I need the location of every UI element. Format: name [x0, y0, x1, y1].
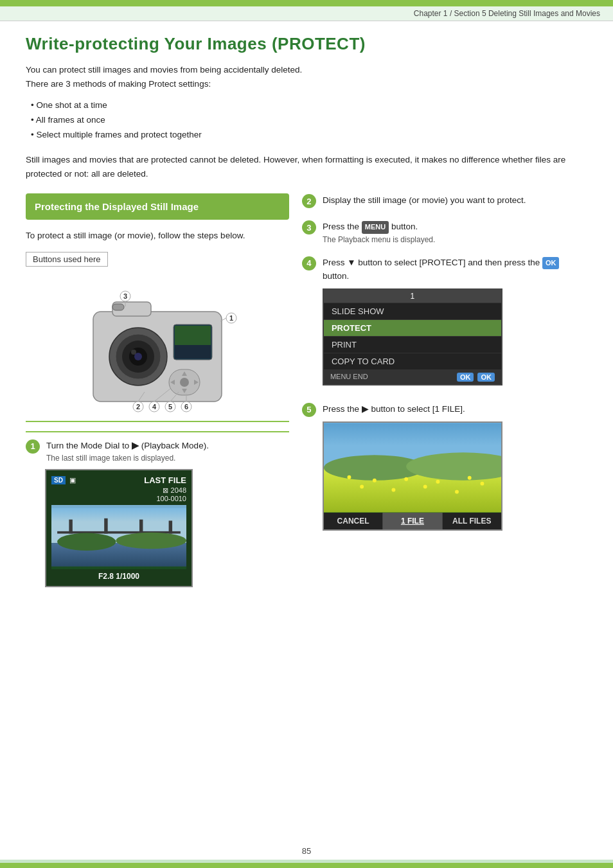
menu-item-protect: PROTECT — [324, 320, 501, 337]
svg-rect-43 — [169, 521, 172, 534]
svg-point-24 — [180, 378, 189, 387]
menu-footer-right: OK OK — [457, 373, 495, 382]
camera-illustration-area: 3 1 2 — [26, 273, 289, 422]
step-number-3: 3 — [302, 220, 316, 235]
warning-text: Still images and movies that are protect… — [26, 153, 587, 181]
svg-point-51 — [373, 478, 377, 482]
step5-button-bar: CANCEL 1 FILE ALL FILES — [324, 513, 501, 529]
svg-text:5: 5 — [168, 403, 172, 411]
step-number-4: 4 — [302, 256, 316, 270]
cam-file-info: ⊠ 2048 100-0010 — [157, 486, 187, 502]
bottom-green-bar — [0, 863, 613, 868]
intro-text-1: You can protect still images and movies … — [26, 63, 587, 91]
footer-ok2: OK — [477, 373, 495, 382]
svg-text:4: 4 — [152, 403, 157, 411]
bullet-item: Select multiple frames and protect toget… — [31, 128, 587, 143]
bullet-list: One shot at a time All frames at once Se… — [31, 98, 587, 143]
svg-point-54 — [468, 475, 472, 479]
section-header: Protecting the Displayed Still Image — [26, 193, 289, 220]
step3-sub: The Playback menu is displayed. — [323, 235, 435, 244]
menu-footer: MENU END OK OK — [324, 370, 501, 384]
cancel-button-label[interactable]: CANCEL — [324, 513, 383, 529]
step5-landscape — [324, 423, 501, 513]
svg-rect-40 — [69, 520, 72, 534]
bridge-image — [51, 505, 186, 569]
svg-point-56 — [391, 488, 395, 492]
page-title: Write-protecting Your Images (PROTECT) — [26, 34, 587, 54]
step4-item: 4 Press ▼ button to select [PROTECT] and… — [302, 256, 587, 391]
page-number: 85 — [0, 840, 613, 860]
svg-point-44 — [57, 533, 116, 551]
step5-image: CANCEL 1 FILE ALL FILES — [323, 421, 502, 531]
buttons-used-label: Buttons used here — [33, 254, 101, 264]
ok-badge: OK — [542, 257, 560, 270]
step1-text: Turn the Mode Dial to ▶ (Playback Mode). — [46, 439, 209, 453]
menu-item-copy-to-card: COPY TO CARD — [324, 353, 501, 370]
svg-rect-11 — [175, 345, 211, 359]
menu-item-print: PRINT — [324, 337, 501, 353]
svg-point-57 — [423, 484, 427, 488]
menu-mockup: 1 SLIDE SHOW PROTECT PRINT COPY TO CARD — [323, 288, 502, 385]
section-intro: To protect a still image (or movie), fol… — [26, 229, 289, 243]
bullet-item: All frames at once — [31, 113, 587, 128]
step1-screen-mockup: SD ▣ LAST FILE ⊠ 2048 100-0010 — [45, 469, 193, 587]
sd-badge: SD — [51, 476, 66, 484]
svg-rect-10 — [175, 326, 211, 345]
step1-area: 1 Turn the Mode Dial to ▶ (Playback Mode… — [26, 431, 289, 594]
svg-text:1: 1 — [229, 314, 233, 322]
bullet-item: One shot at a time — [31, 98, 587, 113]
menu-footer-left: MENU END — [330, 373, 368, 382]
camera-svg: 3 1 2 — [74, 279, 241, 414]
svg-point-53 — [436, 479, 440, 483]
one-file-button-label[interactable]: 1 FILE — [383, 513, 442, 529]
chapter-text: Chapter 1 / Section 5 Deleting Still Ima… — [414, 9, 600, 18]
svg-point-52 — [404, 477, 408, 481]
step2-text: Display the still image (or movie) you w… — [323, 193, 526, 208]
step5-text: Press the ▶ button to select [1 FILE]. — [323, 402, 502, 416]
step-number-2: 2 — [302, 194, 316, 208]
svg-rect-12 — [112, 304, 124, 310]
step2-item: 2 Display the still image (or movie) you… — [302, 193, 587, 208]
svg-rect-41 — [104, 518, 107, 534]
bottom-bar: 85 — [0, 840, 613, 868]
top-accent-bar — [0, 0, 613, 5]
step3-item: 3 Press the MENU button. The Playback me… — [302, 220, 587, 244]
menu-badge: MENU — [362, 221, 389, 234]
svg-point-58 — [455, 490, 459, 493]
svg-text:6: 6 — [184, 403, 188, 411]
last-file-label: LAST FILE — [144, 475, 186, 485]
step-number-5: 5 — [302, 403, 316, 417]
svg-point-50 — [347, 475, 351, 479]
all-files-button-label[interactable]: ALL FILES — [443, 513, 501, 529]
svg-point-7 — [131, 350, 136, 355]
menu-item-slideshow: SLIDE SHOW — [324, 303, 501, 320]
svg-point-45 — [116, 533, 186, 549]
menu-num-label: 1 — [324, 290, 501, 303]
step3-text: Press the MENU button. — [323, 220, 435, 234]
svg-text:3: 3 — [123, 292, 127, 300]
svg-rect-42 — [139, 520, 143, 534]
svg-point-59 — [480, 481, 484, 485]
chapter-bar: Chapter 1 / Section 5 Deleting Still Ima… — [0, 5, 613, 21]
step5-item: 5 Press the ▶ button to select [1 FILE]. — [302, 402, 587, 531]
buttons-used-box: Buttons used here — [26, 252, 108, 267]
step4-text: Press ▼ button to select [PROTECT] and t… — [323, 256, 587, 283]
step-number-1: 1 — [26, 439, 40, 454]
svg-point-55 — [360, 484, 364, 488]
cam-icon: ▣ — [69, 476, 76, 484]
step1-sub: The last still image taken is displayed. — [46, 454, 209, 463]
footer-ok1: OK — [457, 373, 474, 382]
cam-exposure: F2.8 1/1000 — [51, 572, 186, 581]
svg-text:2: 2 — [136, 403, 140, 411]
